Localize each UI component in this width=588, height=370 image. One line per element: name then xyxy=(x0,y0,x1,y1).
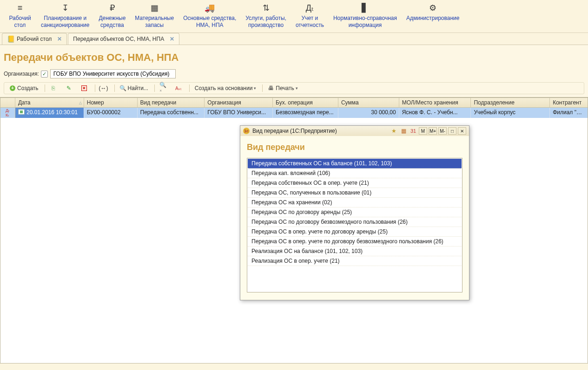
document-icon: ▋ xyxy=(360,3,370,13)
maximize-button[interactable]: □ xyxy=(448,127,456,135)
tabs-bar: 📒 Рабочий стол ✕ Передачи объектов ОС, Н… xyxy=(0,33,588,45)
col-org[interactable]: Организация xyxy=(205,98,273,107)
tab-transfers[interactable]: Передачи объектов ОС, НМА, НПА ✕ xyxy=(68,33,179,45)
arrows-icon: (↔) xyxy=(100,85,107,91)
dialog-title-text: Вид передачи (1С:Предприятие) xyxy=(252,128,390,134)
button-label: Найти... xyxy=(128,85,148,91)
col-date[interactable]: Дата xyxy=(15,98,84,107)
cell-org: ГОБУ ВПО Универси... xyxy=(205,108,273,118)
transfer-type-dialog: 1c Вид передачи (1С:Предприятие) ★ ▦ 31 … xyxy=(240,125,469,300)
nav-planning[interactable]: ↧ Планирование и санкционирование xyxy=(36,2,94,30)
calendar-icon[interactable]: 31 xyxy=(409,127,417,135)
memory-m-button[interactable]: M xyxy=(419,127,427,135)
button-label: Печать xyxy=(276,85,294,91)
gear-icon: ⚙ xyxy=(428,3,438,13)
tab-label: Рабочий стол xyxy=(17,36,52,42)
col-acct-op[interactable]: Бух. операция xyxy=(273,98,338,107)
app-1c-icon: 1c xyxy=(243,128,250,134)
cell-dept: Учебный корпус xyxy=(471,108,550,118)
nav-reference[interactable]: ▋ Нормативно-справочная информация xyxy=(329,2,402,30)
grid-header: Дата Номер Вид передачи Организация Бух.… xyxy=(0,98,588,108)
close-icon[interactable]: ✕ xyxy=(57,36,62,42)
separator xyxy=(45,84,45,92)
col-number[interactable]: Номер xyxy=(84,98,138,107)
list-item[interactable]: Передача ОС по договору аренды (25) xyxy=(248,208,462,217)
dtkt-icon: Дₜ xyxy=(304,3,315,13)
calc-icon[interactable]: ▦ xyxy=(399,127,408,135)
favorite-icon[interactable]: ★ xyxy=(390,127,398,135)
filter-checkbox[interactable]: ✓ xyxy=(41,71,48,78)
edit-button[interactable]: ✎ xyxy=(62,84,77,93)
transfer-type-listbox[interactable]: Передача собственных ОС на балансе (101,… xyxy=(247,158,462,292)
nav-label: Услуги, работы, производство xyxy=(245,15,286,29)
tab-desktop[interactable]: 📒 Рабочий стол ✕ xyxy=(2,33,67,45)
create-based-on-button[interactable]: Создать на основании xyxy=(192,84,260,93)
nav-fixed-assets[interactable]: 🚚 Основные средства, НМА, НПА xyxy=(178,2,241,30)
org-input[interactable] xyxy=(50,69,176,78)
cell-mol: Яснов Ф. С. - Учебн... xyxy=(399,108,471,118)
grid-icon: ▦ xyxy=(149,3,159,13)
create-button[interactable]: + Создать xyxy=(6,84,42,93)
list-item[interactable]: Передача кап. вложений (106) xyxy=(248,169,462,178)
copy-button[interactable]: ⎘ xyxy=(47,84,61,93)
cell-acct-op: Безвозмездная пере... xyxy=(273,108,338,118)
separator xyxy=(262,84,263,92)
list-item[interactable]: Передача собственных ОС на балансе (101,… xyxy=(248,159,462,169)
list-item[interactable]: Передача ОС на хранении (02) xyxy=(248,198,462,208)
cell-contr: Филиал "Универс... xyxy=(550,108,588,118)
cell-sum: 30 000,00 xyxy=(338,108,399,118)
list-item[interactable]: Реализация ОС на балансе (101, 102, 103) xyxy=(248,247,462,256)
list-item[interactable]: Реализация ОС в опер. учете (21) xyxy=(248,256,462,266)
dialog-titlebar[interactable]: 1c Вид передачи (1С:Предприятие) ★ ▦ 31 … xyxy=(240,126,469,136)
col-mol[interactable]: МОЛ/Место хранения xyxy=(399,98,471,107)
page-title: Передачи объектов ОС, НМА, НПА xyxy=(4,52,584,64)
printer-icon: 🖶 xyxy=(268,85,274,91)
dialog-body: Вид передачи Передача собственных ОС на … xyxy=(240,136,469,300)
close-icon[interactable]: ✕ xyxy=(170,36,174,42)
list-item[interactable]: Передача ОС в опер. учете по договору бе… xyxy=(248,237,462,247)
move-button[interactable]: (↔) xyxy=(97,84,112,93)
search-icon: 🔍 xyxy=(120,85,126,91)
delete-icon: ✕ xyxy=(81,85,87,91)
dtkt-button[interactable]: Aₖₜ xyxy=(172,84,186,93)
list-item[interactable]: Передача ОС по договору безвозмездного п… xyxy=(248,217,462,227)
col-contr[interactable]: Контрагент xyxy=(550,98,588,107)
col-mark[interactable] xyxy=(0,98,15,107)
nav-cash[interactable]: ₽ Денежные средства xyxy=(94,2,130,30)
nav-accounting[interactable]: Дₜ Учет и отчетность xyxy=(291,2,329,30)
separator xyxy=(189,84,190,92)
clear-filter-button[interactable]: 🔍ˣ xyxy=(157,84,171,93)
list-item[interactable]: Передача собственных ОС в опер. учете (2… xyxy=(248,178,462,188)
dialog-heading: Вид передачи xyxy=(247,143,462,152)
nav-inventory[interactable]: ▦ Материальные запасы xyxy=(130,2,178,30)
filter-label: Организация: xyxy=(4,71,39,77)
memory-mminus-button[interactable]: M- xyxy=(438,127,447,135)
nav-desktop[interactable]: ≡ Рабочий стол xyxy=(4,2,36,30)
tab-label: Передачи объектов ОС, НМА, НПА xyxy=(73,36,164,42)
button-label: Создать xyxy=(17,85,39,91)
print-button[interactable]: 🖶 Печать xyxy=(264,84,301,93)
nav-label: Основные средства, НМА, НПА xyxy=(183,15,236,29)
separator xyxy=(95,84,95,92)
clear-icon: 🔍ˣ xyxy=(160,85,166,91)
add-icon: + xyxy=(9,85,16,91)
table-row[interactable]: ДₜКₜ 20.01.2016 10:30:01 БУ00-000002 Пер… xyxy=(0,108,588,118)
main-nav: ≡ Рабочий стол ↧ Планирование и санкцион… xyxy=(0,0,588,33)
list-item[interactable]: Передача ОС, полученных в пользование (0… xyxy=(248,188,462,198)
memory-mplus-button[interactable]: M+ xyxy=(429,127,437,135)
filter-row: Организация: ✓ xyxy=(4,69,584,78)
nav-services[interactable]: ⇅ Услуги, работы, производство xyxy=(241,2,291,30)
cell-type: Передача собственн... xyxy=(138,108,205,118)
desk-icon: 📒 xyxy=(7,35,14,43)
nav-label: Учет и отчетность xyxy=(296,15,324,29)
find-button[interactable]: 🔍 Найти... xyxy=(117,84,152,93)
nav-admin[interactable]: ⚙ Администрирование xyxy=(402,2,464,30)
col-dept[interactable]: Подразделение xyxy=(471,98,550,107)
list-item[interactable]: Передача ОС в опер. учете по договору ар… xyxy=(248,227,462,237)
col-type[interactable]: Вид передачи xyxy=(138,98,205,107)
col-sum[interactable]: Сумма xyxy=(338,98,399,107)
delete-button[interactable]: ✕ xyxy=(78,84,92,93)
copy-icon: ⎘ xyxy=(50,85,57,91)
cell-date: 20.01.2016 10:30:01 xyxy=(15,108,84,118)
close-button[interactable]: ✕ xyxy=(458,127,466,135)
